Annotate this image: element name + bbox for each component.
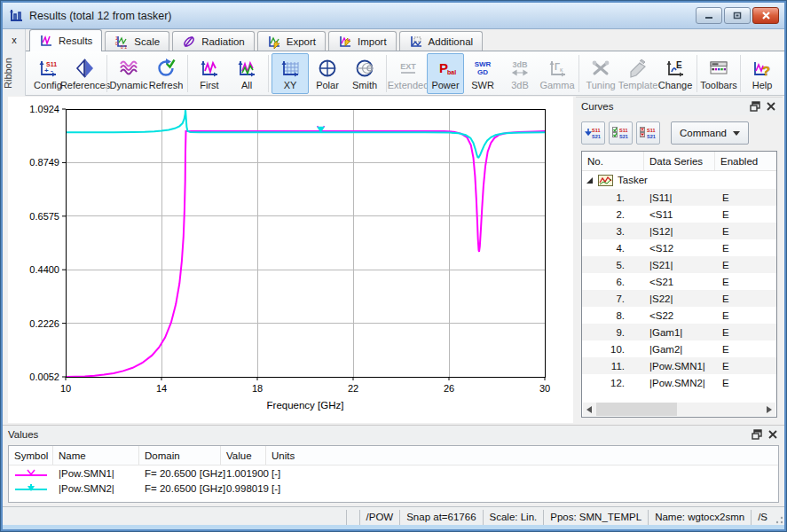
horizontal-scrollbar[interactable]: [583, 403, 775, 416]
xy-icon: [279, 58, 301, 79]
column-header[interactable]: Value: [221, 446, 266, 465]
data-series-name: |S11|: [644, 192, 715, 203]
curves-table: No.Data SeriesEnabled Tasker 1.|S11|E2.<…: [581, 151, 777, 418]
resize-grip[interactable]: [774, 510, 784, 525]
minimize-button[interactable]: [696, 7, 722, 24]
svg-text:?: ?: [762, 63, 770, 78]
value: 0.998019: [221, 483, 266, 494]
scrollbar-thumb[interactable]: [596, 403, 677, 416]
column-header[interactable]: Name: [53, 446, 139, 465]
xy-button[interactable]: XY: [272, 53, 309, 94]
curves-row[interactable]: 1.|S11|E: [582, 189, 776, 206]
power-button[interactable]: PbalPower: [427, 53, 464, 94]
curves-row[interactable]: 5.|S21|E: [582, 256, 776, 273]
enable-s11-s21-button[interactable]: S11S21: [609, 121, 633, 145]
first-button[interactable]: First: [191, 53, 228, 94]
column-header[interactable]: Units: [266, 446, 337, 465]
group-separator: [696, 55, 697, 92]
button-label: Smith: [352, 80, 377, 90]
curves-row[interactable]: 10.|Gam2|E: [582, 340, 776, 357]
svg-text:S21: S21: [592, 134, 601, 139]
tab-label: Scale: [134, 36, 160, 47]
column-header[interactable]: Domain: [139, 446, 221, 465]
toolbars-button[interactable]: Toolbars: [700, 53, 737, 94]
curves-row[interactable]: 11.|Pow.SMN1|E: [582, 357, 776, 374]
disable-s11-s21-button[interactable]: S11S21: [636, 121, 660, 145]
curves-row[interactable]: 12.|Pow.SMN2|E: [582, 374, 776, 391]
tree-expand-icon[interactable]: [586, 176, 594, 184]
references-button[interactable]: References: [67, 53, 104, 94]
svg-text:0.6575: 0.6575: [29, 211, 59, 222]
ribbon-tabs: Results100 1ScaleRadiationExportImportAd…: [26, 29, 784, 51]
tab-results[interactable]: Results: [29, 29, 102, 51]
xy-plot[interactable]: 1014182226301.09240.87490.65750.44000.22…: [8, 97, 573, 421]
tab-additional[interactable]: Additional: [399, 31, 484, 51]
tab-radiation[interactable]: Radiation: [172, 31, 255, 51]
group-separator: [106, 55, 107, 92]
values-row[interactable]: |Pow.SMN1|F= 20.6500 [GHz]1.001900[-]: [9, 466, 778, 481]
close-icon[interactable]: [767, 428, 779, 441]
curves-row[interactable]: 2.<S11E: [582, 206, 776, 223]
help-button[interactable]: ?Help: [744, 53, 781, 94]
enabled-flag: E: [715, 310, 776, 321]
polar-button[interactable]: Polar: [309, 53, 346, 94]
all-button[interactable]: All: [228, 53, 265, 94]
status-bar: /POWSnap at=61766Scale: Lin.Ppos: SMN_TE…: [3, 506, 784, 525]
group-separator: [578, 55, 579, 92]
svg-text:+ -: + -: [44, 66, 53, 74]
svg-text:0 1: 0 1: [121, 44, 127, 49]
column-header[interactable]: Enabled: [715, 152, 776, 170]
column-header[interactable]: Data Series: [644, 152, 715, 170]
x-axis-label: Frequency [GHz]: [267, 400, 344, 411]
xy-plot-area: 1014182226301.09240.87490.65750.44000.22…: [8, 97, 573, 423]
button-label: Dynamic: [110, 80, 148, 90]
swr-button[interactable]: SWRGDSWR: [464, 53, 501, 94]
tab-import[interactable]: Import: [328, 31, 397, 51]
threedb-icon: 3dB: [509, 58, 531, 79]
values-row[interactable]: |Pow.SMN2|F= 20.6500 [GHz]0.998019[-]: [9, 481, 778, 496]
curves-row[interactable]: 4.<S12E: [582, 239, 776, 256]
svg-text:0: 0: [115, 41, 118, 46]
enabled-flag: E: [715, 260, 776, 270]
change-button[interactable]: EChange: [657, 53, 694, 94]
values-panel-titlebar: Values: [3, 426, 784, 443]
button-label: Tuning: [586, 80, 615, 90]
values-table-header: SymbolNameDomainValueUnits: [9, 446, 778, 466]
tab-scale[interactable]: 100 1Scale: [105, 31, 169, 51]
curves-row[interactable]: 6.<S21E: [582, 273, 776, 290]
smith-button[interactable]: Smith: [346, 53, 383, 94]
curves-row[interactable]: 9.|Gam1|E: [582, 324, 776, 340]
row-number: 9.: [582, 327, 644, 338]
dynamic-button[interactable]: Dynamic: [110, 53, 147, 94]
scroll-right-arrow[interactable]: [762, 403, 775, 416]
close-icon[interactable]: [765, 100, 777, 113]
command-dropdown[interactable]: Command: [671, 121, 749, 145]
assign-s11-s21-button[interactable]: S11S21: [581, 121, 605, 145]
button-label: Help: [752, 80, 773, 90]
row-number: 10.: [582, 344, 644, 355]
tab-export-icon: [267, 35, 281, 49]
enabled-flag: E: [715, 293, 776, 304]
tab-export[interactable]: Export: [257, 31, 326, 51]
assign-s11-s21-icon: S11S21: [585, 127, 602, 139]
curves-rows: 1.|S11|E2.<S11E3.|S12|E4.<S12E5.|S21|E6.…: [582, 189, 776, 391]
config-icon: S11+ -: [37, 58, 59, 79]
refresh-button[interactable]: Refresh: [147, 53, 185, 94]
close-button[interactable]: [752, 7, 779, 24]
curves-row[interactable]: 3.|S12|E: [582, 223, 776, 239]
float-icon[interactable]: [751, 428, 763, 441]
curves-row[interactable]: 8.<S22E: [582, 307, 776, 324]
enable-s11-s21-icon: S11S21: [612, 127, 630, 139]
column-header[interactable]: Symbol: [9, 446, 53, 465]
data-series-name: |Pow.SMN2|: [644, 378, 715, 388]
ribbon-close-button[interactable]: x: [6, 32, 22, 48]
scroll-left-arrow[interactable]: [583, 403, 596, 416]
curves-tree-root[interactable]: Tasker: [582, 171, 776, 189]
enabled-flag: E: [715, 327, 776, 338]
change-icon: E: [665, 58, 686, 79]
float-icon[interactable]: [749, 100, 761, 113]
restore-button[interactable]: [724, 7, 751, 24]
column-header[interactable]: No.: [582, 152, 644, 170]
svg-text:bal: bal: [447, 69, 456, 75]
curves-row[interactable]: 7.|S22|E: [582, 290, 776, 307]
